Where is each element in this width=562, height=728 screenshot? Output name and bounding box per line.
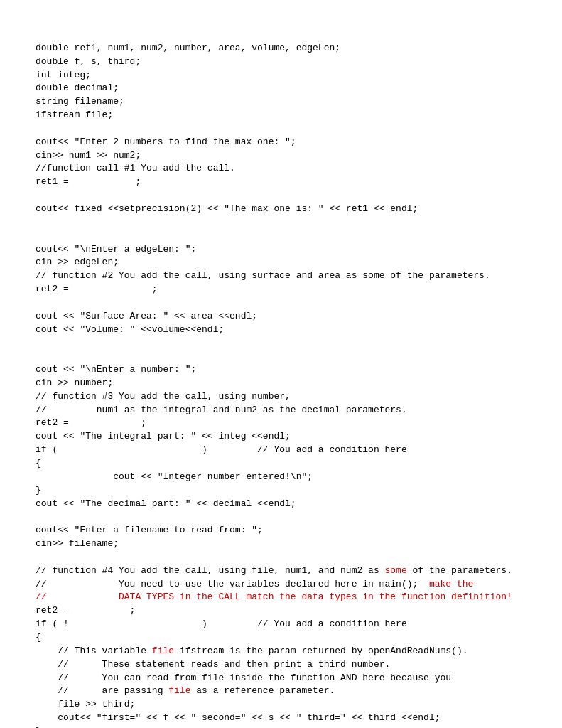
line-37: cout<< "Enter a filename to read from: "… xyxy=(36,525,263,535)
line-10: //function call #1 You add the call. xyxy=(36,163,235,173)
line-42: // DATA TYPES in the CALL match the data… xyxy=(36,592,512,602)
line-22: cout << "Volume: " <<volume<<endl; xyxy=(36,324,224,335)
line-21: cout << "Surface Area: " << area <<endl; xyxy=(36,311,257,321)
line-26: cin >> number; xyxy=(36,378,113,388)
line-35: cout << "The decimal part: " << decimal … xyxy=(36,498,296,509)
line-47: // These statement reads and then print … xyxy=(36,659,390,670)
line-32: { xyxy=(36,458,41,469)
line-33: cout << "Integer number entered!\n"; xyxy=(36,471,313,482)
line-18: // function #2 You add the call, using s… xyxy=(36,270,490,281)
line-11: ret1 = ; xyxy=(36,176,141,187)
line-51: cout<< "first=" << f << " second=" << s … xyxy=(36,712,441,723)
line-28: // num1 as the integral and num2 as the … xyxy=(36,405,407,415)
line-30: cout << "The integral part: " << integ <… xyxy=(36,431,291,441)
line-16: cout<< "\nEnter a edgeLen: "; xyxy=(36,244,196,255)
line-9: cin>> num1 >> num2; xyxy=(36,150,141,161)
line-19: ret2 = ; xyxy=(36,284,158,294)
line-45: { xyxy=(36,632,41,643)
line-48: // You can read from file inside the fun… xyxy=(36,673,451,683)
line-41: // You need to use the variables declare… xyxy=(36,579,473,589)
line-38: cin>> filename; xyxy=(36,538,119,549)
line-40: // function #4 You add the call, using f… xyxy=(36,565,512,576)
line-5: string filename; xyxy=(36,96,124,107)
line-6: ifstream file; xyxy=(36,109,113,120)
line-49: // are passing file as a reference param… xyxy=(36,685,335,696)
line-29: ret2 = ; xyxy=(36,417,146,428)
line-3: int integ; xyxy=(36,70,91,80)
line-43: ret2 = ; xyxy=(36,605,135,616)
line-46: // This variable file ifstream is the pa… xyxy=(36,646,468,656)
code-content: double ret1, num1, num2, number, area, v… xyxy=(36,28,526,728)
line-27: // function #3 You add the call, using n… xyxy=(36,391,291,402)
line-34: } xyxy=(36,485,41,496)
line-17: cin >> edgeLen; xyxy=(36,257,119,267)
line-2: double f, s, third; xyxy=(36,56,141,67)
line-44: if ( ! ) // You add a condition here xyxy=(36,619,407,629)
line-4: double decimal; xyxy=(36,82,119,93)
line-31: if ( ) // You add a condition here xyxy=(36,444,407,455)
line-13: cout<< fixed <<setprecision(2) << "The m… xyxy=(36,203,418,214)
line-1: double ret1, num1, num2, number, area, v… xyxy=(36,43,340,53)
line-8: cout<< "Enter 2 numbers to find the max … xyxy=(36,136,296,147)
line-50: file >> third; xyxy=(36,699,135,710)
line-25: cout << "\nEnter a number: "; xyxy=(36,364,196,375)
